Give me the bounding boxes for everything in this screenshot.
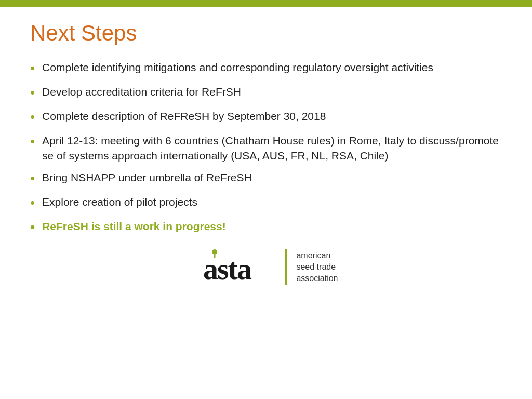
association-line1: american	[296, 250, 338, 261]
page-title: Next Steps	[30, 21, 511, 46]
bullet-list: • Complete identifying mitigations and c…	[30, 60, 511, 236]
asta-logo-svg: asta	[203, 249, 276, 285]
logo-divider	[285, 249, 287, 285]
logo-container: asta american seed trade association	[203, 249, 338, 285]
logo-area: asta american seed trade association	[30, 249, 511, 285]
bullet-text: April 12-13: meeting with 6 countries (C…	[42, 134, 511, 163]
bullet-icon: •	[30, 59, 35, 77]
bullet-icon: •	[30, 84, 35, 102]
list-item: • April 12-13: meeting with 6 countries …	[30, 134, 511, 163]
bullet-icon: •	[30, 194, 35, 212]
bullet-text: Complete description of ReFReSH by Septe…	[42, 109, 326, 124]
bullet-icon: •	[30, 218, 35, 236]
svg-text:asta: asta	[203, 252, 252, 285]
bullet-text-bold: ReFreSH is still a work in progress!	[42, 219, 226, 234]
list-item: • Explore creation of pilot projects	[30, 195, 511, 212]
list-item: • Complete identifying mitigations and c…	[30, 60, 511, 77]
association-line2: seed trade	[296, 261, 338, 273]
list-item: • Complete description of ReFReSH by Sep…	[30, 109, 511, 126]
association-text: american seed trade association	[296, 250, 338, 285]
list-item: • Develop accreditation criteria for ReF…	[30, 85, 511, 102]
association-line3: association	[296, 273, 338, 284]
bullet-icon: •	[30, 108, 35, 126]
bullet-text: Bring NSHAPP under umbrella of ReFreSH	[42, 170, 251, 185]
list-item: • Bring NSHAPP under umbrella of ReFreSH	[30, 170, 511, 188]
bullet-icon: •	[30, 132, 35, 151]
bullet-text: Explore creation of pilot projects	[42, 195, 197, 209]
bullet-text: Develop accreditation criteria for ReFrS…	[42, 85, 241, 99]
list-item-bold: • ReFreSH is still a work in progress!	[30, 219, 511, 236]
content-area: Next Steps • Complete identifying mitiga…	[30, 21, 511, 378]
top-accent-bar	[0, 0, 532, 7]
bullet-text: Complete identifying mitigations and cor…	[42, 60, 433, 75]
bullet-icon: •	[30, 169, 35, 188]
